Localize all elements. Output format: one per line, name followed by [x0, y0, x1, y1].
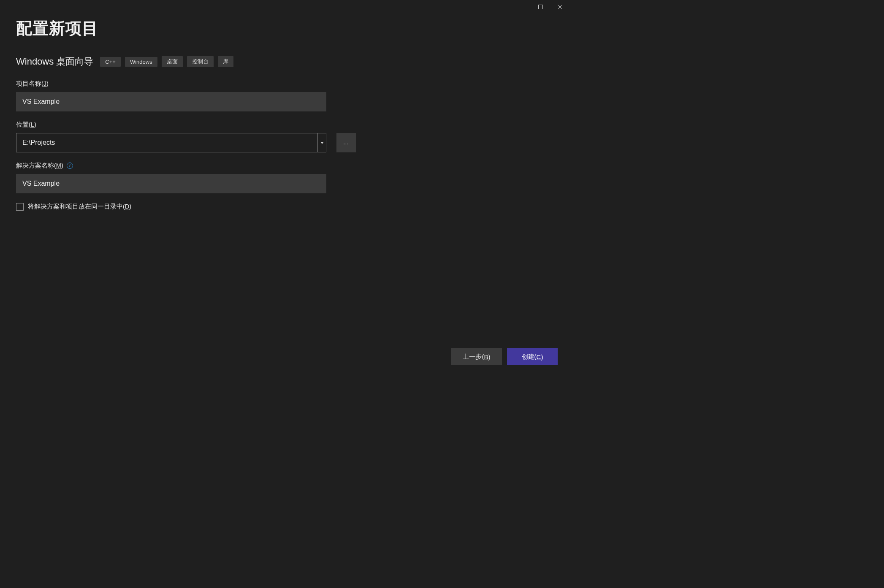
minimize-icon: [519, 5, 523, 9]
solution-name-label: 解决方案名称(M) i: [16, 162, 553, 170]
same-directory-label: 将解决方案和项目放在同一目录中(D): [28, 203, 131, 211]
same-directory-checkbox[interactable]: [16, 203, 24, 211]
solution-name-input[interactable]: [16, 174, 326, 193]
template-row: Windows 桌面向导 C++ Windows 桌面 控制台 库: [16, 55, 553, 68]
info-icon[interactable]: i: [67, 163, 73, 169]
location-block: 位置(L) ...: [16, 121, 553, 152]
content-area: 配置新项目 Windows 桌面向导 C++ Windows 桌面 控制台 库 …: [0, 14, 569, 379]
location-input[interactable]: [16, 133, 317, 152]
solution-name-block: 解决方案名称(M) i: [16, 162, 553, 193]
browse-button[interactable]: ...: [336, 133, 356, 152]
template-tag: 库: [218, 56, 233, 67]
template-tag: 桌面: [162, 56, 183, 67]
maximize-button[interactable]: [531, 0, 550, 14]
template-name: Windows 桌面向导: [16, 55, 93, 68]
location-combo[interactable]: [16, 133, 326, 152]
maximize-icon: [538, 5, 543, 9]
template-tag: 控制台: [187, 56, 214, 67]
close-icon: [558, 5, 562, 9]
page-title: 配置新项目: [16, 18, 553, 39]
location-dropdown-button[interactable]: [317, 133, 326, 152]
template-tag: Windows: [125, 57, 157, 67]
svg-rect-1: [538, 5, 542, 9]
create-button[interactable]: 创建(C): [507, 348, 558, 365]
close-button[interactable]: [550, 0, 569, 14]
location-label: 位置(L): [16, 121, 553, 129]
back-button[interactable]: 上一步(B): [451, 348, 502, 365]
configure-new-project-window: 配置新项目 Windows 桌面向导 C++ Windows 桌面 控制台 库 …: [0, 0, 569, 379]
location-row: ...: [16, 133, 553, 152]
template-tag: C++: [100, 57, 121, 67]
project-name-block: 项目名称(J): [16, 80, 553, 111]
titlebar: [0, 0, 569, 14]
footer-buttons: 上一步(B) 创建(C): [451, 348, 558, 365]
project-name-label: 项目名称(J): [16, 80, 553, 88]
chevron-down-icon: [320, 142, 324, 144]
project-name-input[interactable]: [16, 92, 326, 111]
minimize-button[interactable]: [511, 0, 531, 14]
same-directory-row: 将解决方案和项目放在同一目录中(D): [16, 203, 553, 211]
